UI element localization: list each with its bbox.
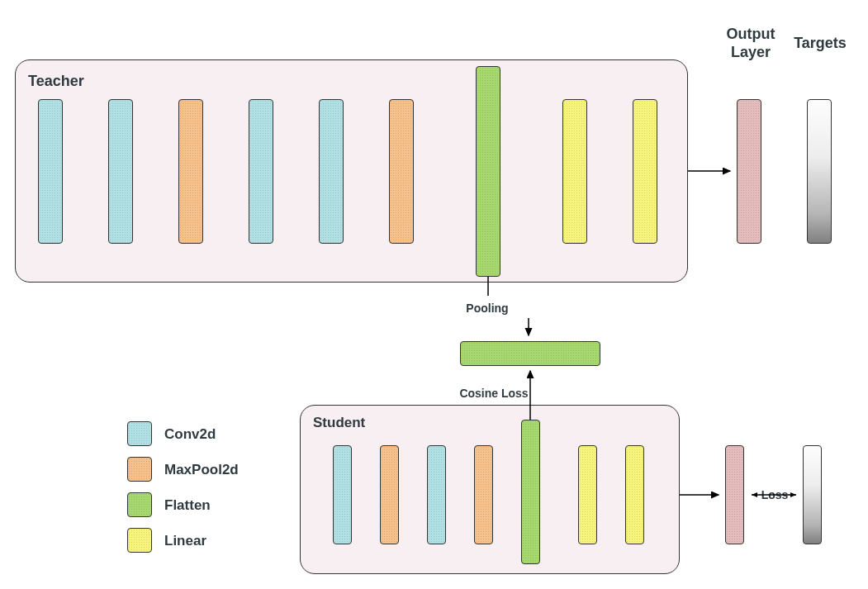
teacher-label: Teacher (28, 73, 84, 90)
student-targets (803, 445, 822, 544)
teacher-pool-2 (389, 99, 414, 244)
legend-swatch-conv2d (127, 421, 152, 446)
pooling-label: Pooling (458, 302, 516, 315)
legend-swatch-linear (127, 528, 152, 553)
legend-label-maxpool2d: MaxPool2d (164, 462, 239, 478)
legend-label-conv2d: Conv2d (164, 426, 216, 443)
cosine-loss-label: Cosine Loss (453, 387, 535, 400)
pooled-feature-block (460, 341, 600, 366)
teacher-conv-4 (319, 99, 344, 244)
output-layer-line2: Layer (731, 44, 771, 60)
legend-label-flatten: Flatten (164, 497, 211, 514)
legend-swatch-flatten (127, 492, 152, 517)
student-conv-1 (333, 445, 352, 544)
student-label: Student (313, 415, 365, 431)
teacher-conv-3 (249, 99, 273, 244)
teacher-flatten (476, 66, 500, 277)
student-output-layer (725, 445, 744, 544)
teacher-output-layer (737, 99, 761, 244)
teacher-linear-1 (562, 99, 587, 244)
student-flatten (521, 420, 540, 564)
student-linear-2 (625, 445, 644, 544)
student-pool-2 (474, 445, 493, 544)
targets-heading: Targets (785, 35, 856, 52)
legend-swatch-maxpool2d (127, 457, 152, 482)
teacher-conv-2 (108, 99, 133, 244)
student-pool-1 (380, 445, 399, 544)
teacher-pool-1 (178, 99, 203, 244)
teacher-linear-2 (633, 99, 657, 244)
teacher-conv-1 (38, 99, 63, 244)
legend-label-linear: Linear (164, 533, 206, 549)
student-linear-1 (578, 445, 597, 544)
output-layer-line1: Output (727, 26, 776, 42)
loss-label: Loss (754, 488, 795, 501)
teacher-targets (807, 99, 832, 244)
output-layer-heading: Output Layer (715, 25, 786, 61)
student-conv-2 (427, 445, 446, 544)
